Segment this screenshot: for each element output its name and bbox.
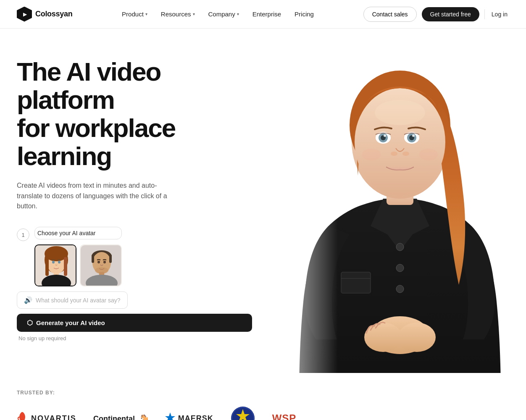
hero-person-svg xyxy=(257,29,526,373)
nav-company[interactable]: Company ▾ xyxy=(203,7,245,21)
step-2-row: 🔊 What should your AI avatar say? xyxy=(17,291,252,309)
continental-logo: Continental 🐎 xyxy=(93,412,148,420)
novartis-logo: NOVARTIS xyxy=(17,411,76,420)
nav-links: Product ▾ Resources ▾ Company ▾ Enterpri… xyxy=(116,7,320,21)
avatar-male[interactable] xyxy=(80,244,122,286)
navbar: Colossyan Product ▾ Resources ▾ Company … xyxy=(0,0,526,29)
wsp-logo: WSP xyxy=(272,412,297,420)
nav-resources[interactable]: Resources ▾ xyxy=(155,7,201,21)
novartis-icon xyxy=(17,411,28,420)
svg-point-34 xyxy=(404,132,419,144)
maersk-text: MAERSK xyxy=(178,414,213,420)
svg-point-42 xyxy=(402,152,409,156)
novartis-text: NOVARTIS xyxy=(31,414,76,420)
svg-rect-45 xyxy=(257,29,526,373)
svg-point-17 xyxy=(97,261,100,263)
nav-actions: Contact sales Get started free Log in xyxy=(363,7,509,22)
svg-rect-13 xyxy=(92,255,94,263)
svg-point-44 xyxy=(419,149,438,160)
chevron-down-icon: ▾ xyxy=(193,12,195,16)
contact-sales-button[interactable]: Contact sales xyxy=(363,7,417,22)
svg-point-41 xyxy=(391,152,397,156)
svg-point-18 xyxy=(103,261,106,263)
svg-point-37 xyxy=(381,135,386,140)
continental-text: Continental 🐎 xyxy=(93,412,148,420)
svg-point-29 xyxy=(352,85,448,199)
svg-point-33 xyxy=(376,132,391,144)
avatar-female-image xyxy=(35,245,76,286)
chevron-down-icon: ▾ xyxy=(145,12,147,16)
svg-point-38 xyxy=(409,135,414,140)
svg-marker-48 xyxy=(165,412,175,420)
maersk-star-icon xyxy=(165,412,176,420)
wsp-text: WSP xyxy=(272,412,297,420)
hero-title: The AI video platform for workplace lear… xyxy=(17,58,252,171)
nav-enterprise[interactable]: Enterprise xyxy=(247,7,287,21)
trusted-logos-row: NOVARTIS Continental 🐎 MAERSK xyxy=(17,406,509,420)
step-1-row: 1 Choose your AI avatar xyxy=(17,227,252,286)
no-signup-text: No sign up required xyxy=(18,335,252,341)
svg-rect-4 xyxy=(45,257,49,276)
get-started-button[interactable]: Get started free xyxy=(422,7,479,21)
svg-point-23 xyxy=(396,285,404,293)
svg-point-21 xyxy=(396,243,404,251)
paramount-svg: PARAMOUNT+ xyxy=(230,406,255,420)
svg-point-27 xyxy=(398,323,436,352)
nav-pricing[interactable]: Pricing xyxy=(289,7,320,21)
svg-rect-5 xyxy=(64,257,67,276)
maersk-logo: MAERSK xyxy=(165,412,213,420)
login-link[interactable]: Log in xyxy=(490,8,509,21)
svg-rect-28 xyxy=(387,180,413,205)
speaker-icon: 🔊 xyxy=(24,296,32,304)
svg-point-39 xyxy=(384,134,386,137)
nav-product[interactable]: Product ▾ xyxy=(116,7,153,21)
avatar-say-input[interactable]: 🔊 What should your AI avatar say? xyxy=(17,291,128,309)
trusted-label: TRUSTED BY: xyxy=(17,390,509,396)
svg-point-36 xyxy=(407,133,416,142)
svg-point-25 xyxy=(371,316,429,354)
svg-point-22 xyxy=(396,264,404,272)
hero-left-content: The AI video platform for workplace lear… xyxy=(17,54,252,341)
hero-section: The AI video platform for workplace lear… xyxy=(0,29,526,373)
svg-point-8 xyxy=(52,261,55,264)
generate-video-button[interactable]: ⬡ Generate your AI video xyxy=(17,314,252,332)
hero-person-image xyxy=(257,29,526,373)
svg-point-32 xyxy=(375,100,425,125)
svg-point-26 xyxy=(364,323,402,352)
svg-rect-14 xyxy=(109,255,112,263)
avatar-grid xyxy=(34,244,122,286)
svg-rect-24 xyxy=(341,272,371,293)
svg-point-19 xyxy=(95,267,108,274)
avatar-female[interactable] xyxy=(34,244,76,286)
steps-ui: 1 Choose your AI avatar xyxy=(17,227,252,341)
generate-icon: ⬡ xyxy=(27,319,33,327)
svg-point-20 xyxy=(299,365,501,373)
brand-name: Colossyan xyxy=(35,10,72,18)
svg-text:🐎: 🐎 xyxy=(140,413,148,420)
trusted-section: TRUSTED BY: NOVARTIS Continental 🐎 xyxy=(0,373,526,420)
svg-point-9 xyxy=(58,261,60,264)
hero-subtitle: Create AI videos from text in minutes an… xyxy=(17,181,176,212)
logo-icon xyxy=(17,7,32,22)
svg-point-40 xyxy=(412,134,415,137)
avatar-chooser-label[interactable]: Choose your AI avatar xyxy=(34,227,122,239)
svg-point-43 xyxy=(362,149,381,160)
nav-divider xyxy=(484,9,485,19)
avatar-male-image xyxy=(81,245,122,286)
step-1-number: 1 xyxy=(17,228,29,241)
svg-text:Continental: Continental xyxy=(93,415,135,420)
svg-point-30 xyxy=(350,71,450,180)
step-1-content: Choose your AI avatar xyxy=(34,227,122,286)
chevron-down-icon: ▾ xyxy=(237,12,239,16)
svg-point-31 xyxy=(355,88,445,196)
svg-point-35 xyxy=(379,133,388,142)
paramount-logo: PARAMOUNT+ xyxy=(230,406,255,420)
brand-logo[interactable]: Colossyan xyxy=(17,7,72,22)
